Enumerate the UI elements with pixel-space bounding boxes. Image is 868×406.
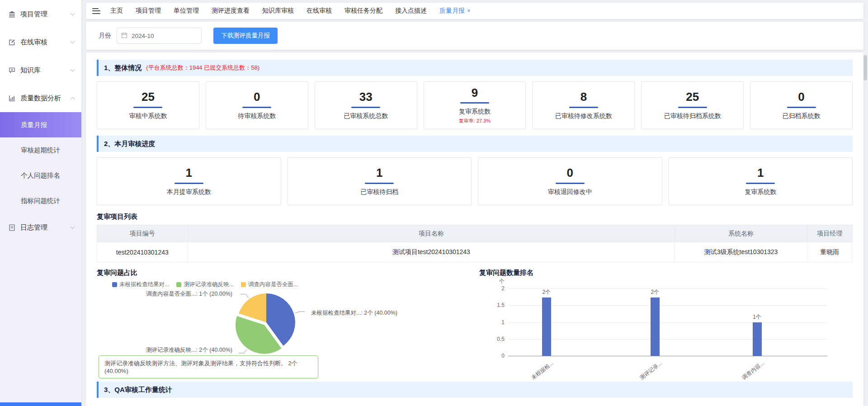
stat-label: 待审核系统数 — [238, 112, 276, 120]
pie-chart-title: 复审问题占比 — [97, 269, 470, 278]
tab-quality-monthly-report[interactable]: 质量月报× — [439, 7, 471, 15]
sidebar-item-online-review[interactable]: 在线审核 — [0, 28, 81, 56]
stat-value: 8 — [580, 90, 587, 104]
col-header-project-code: 项目编号 — [97, 225, 188, 242]
tab-online-review[interactable]: 在线审核 — [307, 7, 332, 15]
x-axis-label: 调查内容... — [741, 359, 766, 382]
stat-value: 1 — [376, 166, 382, 180]
stat-value: 25 — [142, 90, 155, 104]
month-input[interactable] — [117, 28, 202, 44]
tab-label: 质量月报 — [439, 7, 465, 14]
submenu-item-label: 质量月报 — [21, 121, 47, 129]
stat-value: 1 — [757, 166, 764, 180]
sidebar-item-knowledge-base[interactable]: 知识库 — [0, 56, 81, 84]
chart-icon — [8, 94, 16, 102]
col-header-project-manager: 项目经理 — [807, 225, 852, 242]
stat-card-reviewed-to-archive: 1 已审核待归档 — [288, 157, 472, 205]
submenu-item-indicator-issue-stats[interactable]: 指标问题统计 — [0, 188, 81, 213]
bar[interactable] — [542, 297, 551, 356]
bar-column[interactable]: 1个 — [753, 288, 762, 356]
tab-eval-progress[interactable]: 测评进度查看 — [212, 7, 250, 15]
menu-collapse-icon[interactable] — [92, 8, 100, 14]
section-title: 2、本月审核进度 — [104, 140, 155, 148]
sidebar-item-project-mgmt[interactable]: 项目管理 — [0, 0, 81, 28]
bar-chart-title: 复审问题数量排名 — [479, 269, 853, 278]
legend-label: 未根据检查结果对... — [119, 281, 169, 288]
stat-card-to-modify: 8 已审核待修改系统数 — [532, 81, 635, 129]
bar[interactable] — [753, 322, 762, 356]
submenu-item-review-overdue-stats[interactable]: 审核超期统计 — [0, 137, 81, 163]
edit-icon — [8, 38, 16, 46]
pie-callout-check-result: 未根据检查结果对...: 2个 (40.00%) — [311, 309, 397, 317]
section-title: 3、QA审核工作量统计 — [104, 386, 172, 394]
legend-label: 调查内容是否全面... — [248, 281, 298, 288]
system-totals-note: (平台系统总数：1944 已提交系统总数：58) — [146, 64, 259, 72]
bar-value-label: 2个 — [542, 288, 551, 296]
stat-card-re-review: 9 复审系统数 复审率: 27.3% — [424, 81, 526, 129]
month-picker — [117, 28, 202, 44]
tab-knowledge-review[interactable]: 知识库审核 — [262, 7, 294, 15]
stat-underline — [678, 107, 707, 108]
stat-value: 0 — [798, 90, 804, 104]
cell-project-manager: 董晓雨 — [807, 242, 852, 262]
cell-project-code: test202410301243 — [97, 242, 188, 262]
legend-label: 测评记录准确反映... — [184, 281, 233, 288]
stat-label: 审核中系统数 — [129, 112, 167, 120]
submenu-item-quality-monthly-report[interactable]: 质量月报 — [0, 112, 81, 137]
pie-callout-survey: 调查内容是否全面...: 1个 (20.00%) — [101, 290, 232, 298]
bar-chart-panel: 复审问题数量排名 个 2 1.5 1 0.5 0 2个 2个 — [479, 269, 853, 374]
stat-card-re-review-monthly: 1 复审系统数 — [669, 157, 853, 205]
bar-chart: 个 2 1.5 1 0.5 0 2个 2个 1个 — [508, 288, 827, 356]
tab-project-mgmt[interactable]: 项目管理 — [136, 7, 161, 15]
stat-card-reviewing: 25 审核中系统数 — [97, 81, 199, 129]
charts-row: 复审问题占比 未根据检查结果对... 测评记录准确反映... 调查内容是否全面.… — [97, 269, 853, 374]
stat-underline — [351, 107, 380, 108]
sidebar-item-quality-data-analysis[interactable]: 质量数据分析 — [0, 84, 81, 112]
sidebar: 项目管理 在线审核 知识库 质量数据分析 质量月报 审核超期统计 个人问题排名 — [0, 0, 81, 406]
pie-callout-eval-record: 测评记录准确反映...: 2个 (40.00%) — [101, 346, 232, 354]
submenu-item-personal-issue-ranking[interactable]: 个人问题排名 — [0, 163, 81, 188]
sidebar-item-log-mgmt[interactable]: 日志管理 — [0, 213, 81, 241]
chevron-down-icon — [71, 11, 75, 16]
legend-item[interactable]: 测评记录准确反映... — [176, 281, 233, 288]
bar-column[interactable]: 2个 — [542, 288, 551, 356]
tab-home[interactable]: 主页 — [110, 7, 123, 15]
chat-icon — [8, 66, 16, 74]
stat-underline — [365, 183, 394, 184]
chevron-down-icon — [71, 225, 75, 229]
stat-underline — [175, 183, 203, 184]
tab-unit-mgmt[interactable]: 单位管理 — [174, 7, 199, 15]
pie-chart[interactable] — [232, 288, 300, 356]
vertical-scrollbar[interactable] — [863, 55, 867, 80]
main-content: 1、整体情况 (平台系统总数：1944 已提交系统总数：58) 25 审核中系统… — [86, 52, 863, 406]
gridline — [508, 288, 827, 289]
stat-label: 已归档系统数 — [783, 112, 821, 120]
tab-review-task-assign[interactable]: 审核任务分配 — [344, 7, 382, 15]
chevron-up-icon — [71, 97, 75, 101]
cell-project-name: 测试项目test202410301243 — [188, 242, 675, 262]
y-tick: 1.5 — [497, 302, 505, 308]
bar[interactable] — [651, 297, 660, 356]
bar-value-label: 2个 — [651, 288, 659, 296]
download-report-button[interactable]: 下载测评质量月报 — [213, 28, 278, 44]
bar-column[interactable]: 2个 — [651, 288, 660, 356]
legend-item[interactable]: 未根据检查结果对... — [112, 281, 169, 288]
filter-bar: 月份 下载测评质量月报 — [86, 22, 863, 50]
sidebar-item-label: 知识库 — [20, 66, 41, 75]
stat-card-submitted-this-month: 1 本月提审系统数 — [97, 157, 281, 205]
y-axis-unit: 个 — [499, 278, 505, 285]
stat-value: 0 — [567, 166, 573, 180]
sidebar-item-label: 项目管理 — [20, 10, 47, 19]
legend-item[interactable]: 调查内容是否全面... — [241, 281, 298, 288]
month-label: 月份 — [99, 32, 111, 40]
sidebar-scrollbar[interactable] — [0, 402, 81, 406]
sidebar-submenu: 质量月报 审核超期统计 个人问题排名 指标问题统计 日志管理 — [0, 112, 81, 406]
stat-underline — [133, 107, 162, 108]
close-icon[interactable]: × — [467, 7, 471, 14]
y-tick: 0 — [501, 353, 505, 359]
sidebar-item-label: 在线审核 — [20, 38, 47, 47]
section-header-overview: 1、整体情况 (平台系统总数：1944 已提交系统总数：58) — [97, 60, 853, 76]
chevron-down-icon — [71, 67, 75, 72]
tab-access-point-desc[interactable]: 接入点描述 — [395, 7, 427, 15]
stat-label: 已审核待修改系统数 — [555, 112, 612, 120]
